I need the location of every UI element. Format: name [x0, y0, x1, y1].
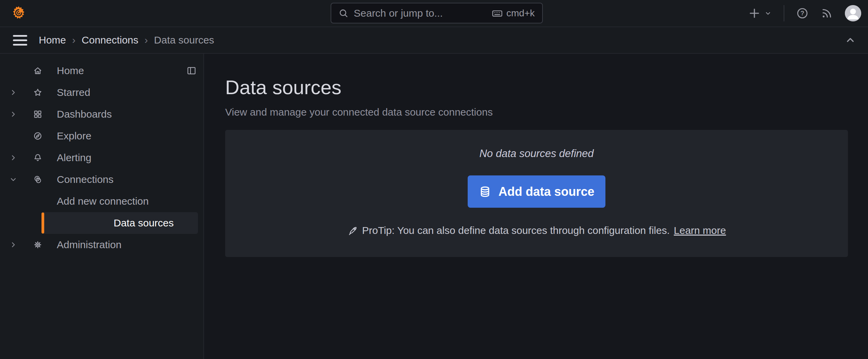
breadcrumb: Home › Connections › Data sources — [39, 34, 214, 46]
sidebar-item-add-new-connection[interactable]: Add new connection — [0, 190, 203, 212]
help-button[interactable]: ? — [796, 7, 809, 20]
link-rings-icon — [33, 175, 43, 184]
chevron-down-icon — [764, 9, 772, 17]
rss-icon — [820, 7, 833, 20]
add-menu-button[interactable] — [748, 6, 772, 20]
grafana-logo[interactable] — [0, 5, 26, 21]
sidebar-item-explore[interactable]: Explore — [0, 125, 203, 147]
keyboard-icon — [491, 7, 503, 19]
sidebar-item-home[interactable]: Home — [0, 60, 203, 82]
top-bar: cmd+k ? — [0, 0, 868, 27]
search-input[interactable] — [354, 7, 487, 19]
sidebar-item-administration[interactable]: Administration — [0, 234, 203, 256]
star-icon — [33, 88, 43, 97]
bell-icon — [33, 153, 43, 163]
dock-sidebar-button[interactable] — [186, 66, 197, 76]
add-data-source-button[interactable]: Add data source — [468, 175, 605, 208]
breadcrumb-bar: Home › Connections › Data sources — [0, 27, 868, 54]
breadcrumb-connections[interactable]: Connections — [82, 34, 138, 46]
gear-icon — [33, 240, 43, 250]
sidebar-item-starred[interactable]: Starred — [0, 82, 203, 103]
breadcrumb-separator: › — [72, 34, 76, 46]
breadcrumb-separator: › — [145, 34, 148, 46]
page-subtitle: View and manage your connected data sour… — [225, 105, 848, 119]
database-icon — [479, 185, 491, 198]
breadcrumb-home[interactable]: Home — [39, 34, 66, 46]
topbar-actions: ? — [748, 0, 861, 27]
empty-state-message: No data sources defined — [479, 148, 594, 160]
sidebar-item-connections[interactable]: Connections — [0, 169, 203, 190]
menu-toggle-button[interactable] — [13, 32, 27, 48]
sidebar-row: Data sources — [0, 212, 203, 234]
chevron-up-icon — [844, 34, 856, 46]
sidebar-item-dashboards[interactable]: Dashboards — [0, 103, 203, 125]
chevron-right-icon[interactable] — [9, 153, 18, 162]
dock-left-icon — [186, 66, 197, 76]
breadcrumb-current: Data sources — [154, 34, 214, 46]
sidebar-item-data-sources[interactable]: Data sources — [41, 212, 198, 234]
compass-icon — [33, 131, 43, 141]
nav-sidebar: Home Starred — [0, 54, 204, 359]
rocket-icon — [347, 225, 358, 236]
chevron-right-icon[interactable] — [9, 110, 18, 119]
apps-grid-icon — [33, 109, 43, 119]
home-icon — [33, 66, 43, 75]
main-content: Data sources View and manage your connec… — [204, 54, 868, 359]
question-circle-icon: ? — [796, 7, 809, 20]
page-title: Data sources — [225, 75, 848, 99]
news-button[interactable] — [820, 7, 833, 20]
svg-text:?: ? — [800, 10, 804, 17]
learn-more-link[interactable]: Learn more — [674, 225, 726, 236]
sidebar-item-alerting[interactable]: Alerting — [0, 147, 203, 169]
search-shortcut: cmd+k — [491, 7, 535, 19]
empty-state-panel: No data sources defined Add data source — [225, 130, 848, 257]
protip-row: ProTip: You can also define data sources… — [347, 225, 726, 236]
global-search-box[interactable]: cmd+k — [331, 3, 543, 23]
chevron-right-icon[interactable] — [9, 88, 18, 97]
plus-icon — [748, 6, 761, 20]
chevron-down-icon[interactable] — [9, 175, 18, 184]
profile-avatar[interactable] — [845, 5, 861, 21]
topbar-divider — [784, 5, 784, 21]
chevron-right-icon[interactable] — [9, 240, 18, 249]
collapse-topbar-button[interactable] — [844, 34, 856, 46]
search-icon — [338, 8, 349, 19]
protip-text: ProTip: You can also define data sources… — [362, 225, 670, 236]
